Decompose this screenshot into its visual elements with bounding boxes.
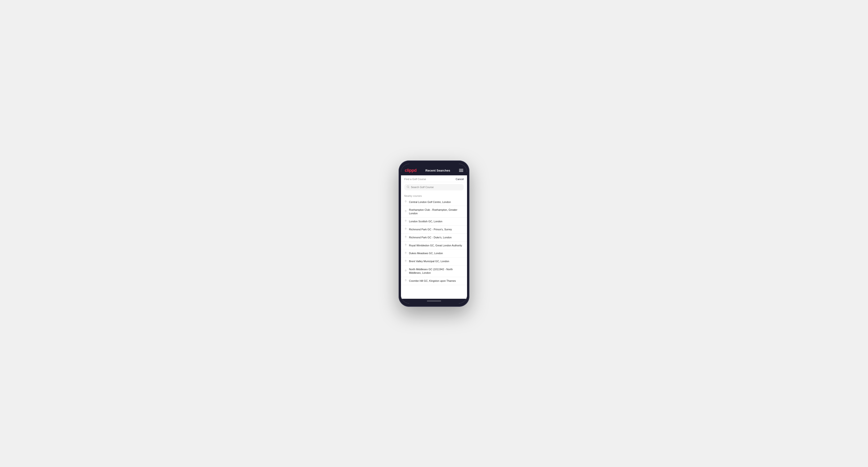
nearby-label: Nearby courses [401,193,467,198]
nearby-section: Nearby courses Central London Golf Centr… [401,193,467,299]
pin-icon [404,252,407,255]
course-item[interactable]: North Middlesex GC (1011942 - North Midd… [401,266,467,277]
find-label: Find a Golf Course [404,178,426,181]
course-item[interactable]: Brent Valley Municipal GC, London [401,257,467,266]
course-name: Central London Golf Centre, London [409,200,451,204]
search-box [404,184,464,190]
pin-icon [404,210,407,213]
course-name: Royal Wimbledon GC, Great London Authori… [409,244,462,247]
search-container [401,182,467,193]
course-item[interactable]: Royal Wimbledon GC, Great London Authori… [401,242,467,250]
svg-point-11 [405,280,406,280]
pin-icon [404,244,407,247]
course-list: Central London Golf Centre, LondonRoeham… [401,198,467,285]
notch [401,164,467,166]
course-item[interactable]: Roehampton Club - Roehampton, Greater Lo… [401,206,467,218]
course-item[interactable]: Dukes Meadows GC, London [401,249,467,257]
course-item[interactable]: Central London Golf Centre, London [401,198,467,206]
course-item[interactable]: Richmond Park GC - Prince's, Surrey [401,226,467,234]
phone-frame: clippd Recent Searches Find a Golf Cours… [399,160,469,307]
pin-icon [404,279,407,282]
app-header: clippd Recent Searches [401,166,467,175]
svg-line-1 [408,187,409,188]
course-name: North Middlesex GC (1011942 - North Midd… [409,268,464,275]
pin-icon [404,236,407,239]
course-name: Coombe Hill GC, Kingston upon Thames [409,279,456,283]
search-input[interactable] [411,186,461,189]
pin-icon [404,228,407,231]
svg-point-7 [405,245,406,245]
course-name: Richmond Park GC - Prince's, Surrey [409,228,452,231]
content-area: Find a Golf Course Cancel Nearby [401,175,467,299]
svg-point-6 [405,237,406,237]
search-icon [407,185,409,189]
pin-icon [404,260,407,263]
course-item[interactable]: London Scottish GC, London [401,218,467,226]
svg-point-4 [405,220,406,221]
app-logo: clippd [405,168,416,173]
svg-point-10 [405,270,406,271]
menu-icon[interactable] [459,169,463,172]
pin-icon [404,270,407,273]
svg-point-8 [405,252,406,253]
course-name: Dukes Meadows GC, London [409,252,443,255]
course-item[interactable]: Coombe Hill GC, Kingston upon Thames [401,277,467,285]
svg-point-9 [405,260,406,261]
svg-point-3 [405,211,406,211]
course-name: Richmond Park GC - Duke's, London [409,236,452,239]
find-header: Find a Golf Course Cancel [401,175,467,182]
svg-point-5 [405,228,406,229]
course-name: Brent Valley Municipal GC, London [409,259,449,263]
header-title: Recent Searches [426,169,450,172]
pin-icon [404,200,407,204]
course-item[interactable]: Richmond Park GC - Duke's, London [401,234,467,242]
course-name: Roehampton Club - Roehampton, Greater Lo… [409,208,464,215]
pin-icon [404,220,407,223]
svg-point-2 [405,201,406,201]
home-indicator [401,299,467,304]
home-bar [427,301,441,301]
course-name: London Scottish GC, London [409,220,442,223]
cancel-button[interactable]: Cancel [456,178,464,181]
phone-screen: clippd Recent Searches Find a Golf Cours… [401,164,467,304]
